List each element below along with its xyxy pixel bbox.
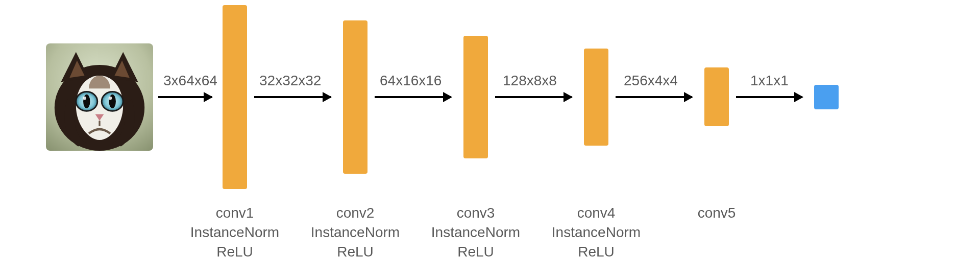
layer-norm-3: InstanceNorm — [545, 223, 647, 242]
arrow-5 — [736, 96, 802, 98]
arrow-3 — [495, 96, 572, 98]
dim-label-3: 128x8x8 — [503, 73, 557, 89]
layer-act-1: ReLU — [304, 242, 406, 262]
layer-name-0: conv1 — [184, 203, 286, 223]
arrow-4 — [616, 96, 692, 98]
layer-act-0: ReLU — [184, 242, 286, 262]
svg-point-6 — [83, 97, 86, 100]
dim-label-0: 3x64x64 — [163, 73, 217, 89]
layer-block-conv2 — [343, 20, 368, 174]
dim-label-4: 256x4x4 — [624, 73, 678, 89]
layer-label-1: conv2 InstanceNorm ReLU — [304, 203, 406, 261]
layer-norm-2: InstanceNorm — [425, 223, 527, 242]
arrow-2 — [375, 96, 451, 98]
layer-label-0: conv1 InstanceNorm ReLU — [184, 203, 286, 261]
cnn-architecture-diagram: 3x64x64 conv1 InstanceNorm ReLU 32x32x32… — [0, 0, 980, 280]
layer-label-2: conv3 InstanceNorm ReLU — [425, 203, 527, 261]
input-image — [46, 43, 153, 151]
layer-block-conv1 — [223, 5, 247, 189]
layer-block-conv3 — [463, 36, 488, 158]
layer-name-3: conv4 — [545, 203, 647, 223]
layer-act-3: ReLU — [545, 242, 647, 262]
layer-norm-1: InstanceNorm — [304, 223, 406, 242]
dim-label-5: 1x1x1 — [750, 73, 789, 89]
dim-label-1: 32x32x32 — [259, 73, 321, 89]
dim-label-2: 64x16x16 — [380, 73, 442, 89]
layer-block-conv5 — [704, 67, 729, 126]
arrow-1 — [254, 96, 331, 98]
output-block — [814, 85, 839, 109]
layer-label-4: conv5 — [666, 203, 768, 223]
arrow-0 — [158, 96, 212, 98]
layer-name-2: conv3 — [425, 203, 527, 223]
layer-label-3: conv4 InstanceNorm ReLU — [545, 203, 647, 261]
layer-act-2: ReLU — [425, 242, 527, 262]
svg-point-7 — [109, 97, 112, 100]
layer-name-4: conv5 — [666, 203, 768, 223]
layer-norm-0: InstanceNorm — [184, 223, 286, 242]
layer-name-1: conv2 — [304, 203, 406, 223]
layer-block-conv4 — [584, 49, 608, 146]
